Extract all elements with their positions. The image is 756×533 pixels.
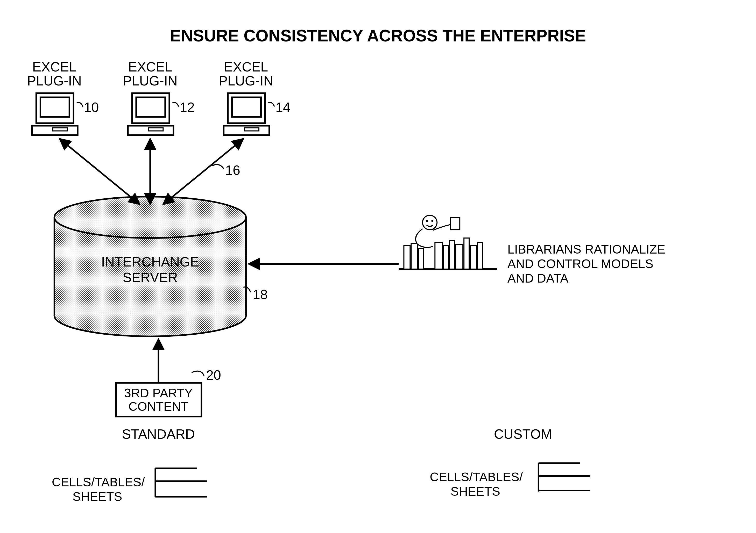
computer-icon [128,93,174,135]
svg-rect-12 [232,97,261,117]
client-pc-2: EXCEL PLUG-IN 12 [123,59,195,135]
svg-point-33 [426,220,428,222]
client-3-label2: PLUG-IN [219,73,273,88]
svg-rect-14 [244,128,259,131]
client-pc-3: EXCEL PLUG-IN 14 [219,59,290,135]
librarian-text-3: AND DATA [507,271,568,285]
svg-rect-10 [148,128,163,131]
custom-line2: SHEETS [450,485,500,498]
standard-heading: STANDARD [122,426,195,442]
standard-line1: CELLS/TABLES/ [52,475,145,489]
computer-icon [32,93,78,135]
client-2-label1: EXCEL [128,59,172,74]
third-party-ref: 20 [206,368,221,383]
svg-rect-28 [456,244,463,269]
diagram-title: ENSURE CONSISTENCY ACROSS THE ENTERPRISE [170,26,586,45]
client-2-ref: 12 [179,100,195,115]
svg-rect-35 [450,217,460,230]
custom-heading: CUSTOM [494,426,552,442]
standard-sheets-icon [155,468,207,497]
server-ref: 18 [253,287,268,302]
svg-rect-25 [435,242,442,269]
svg-rect-4 [40,97,69,117]
standard-line2: SHEETS [72,490,122,503]
client-pc-1: EXCEL PLUG-IN 10 [27,59,99,135]
client-1-label2: PLUG-IN [27,73,82,88]
leader-line [192,371,204,376]
svg-rect-23 [411,243,417,269]
svg-rect-26 [443,246,448,269]
leader-line [212,165,224,168]
leader-line [268,102,275,107]
librarian-text-2: AND CONTROL MODELS [507,257,653,271]
client-2-label2: PLUG-IN [123,73,177,88]
svg-rect-30 [470,246,476,269]
svg-rect-22 [404,246,410,269]
svg-rect-31 [477,242,483,269]
custom-sheets-icon [539,463,590,492]
third-party-content: 3RD PARTY CONTENT 20 [116,368,221,417]
third-party-label-2: CONTENT [128,400,189,413]
leader-line [172,102,178,107]
svg-rect-6 [53,128,68,131]
svg-point-34 [431,220,433,222]
librarian-text-1: LIBRARIANS RATIONALIZE [507,242,665,256]
interchange-server: INTERCHANGE SERVER 18 [54,196,268,336]
computer-icon [224,93,269,135]
third-party-label-1: 3RD PARTY [124,386,193,400]
svg-rect-8 [136,97,165,117]
link-client1-server [60,139,140,204]
svg-point-32 [422,215,437,230]
librarian-icon [399,215,497,269]
server-label-1: INTERCHANGE [101,254,199,269]
svg-rect-29 [464,238,469,269]
link-ref: 16 [225,163,240,178]
client-1-label1: EXCEL [32,59,76,74]
client-3-label1: EXCEL [224,59,268,74]
client-3-ref: 14 [276,100,290,115]
svg-rect-24 [418,248,423,269]
leader-line [77,102,83,107]
custom-line1: CELLS/TABLES/ [430,470,523,484]
client-1-ref: 10 [84,100,99,115]
svg-rect-27 [449,241,455,269]
server-label-2: SERVER [122,270,178,285]
